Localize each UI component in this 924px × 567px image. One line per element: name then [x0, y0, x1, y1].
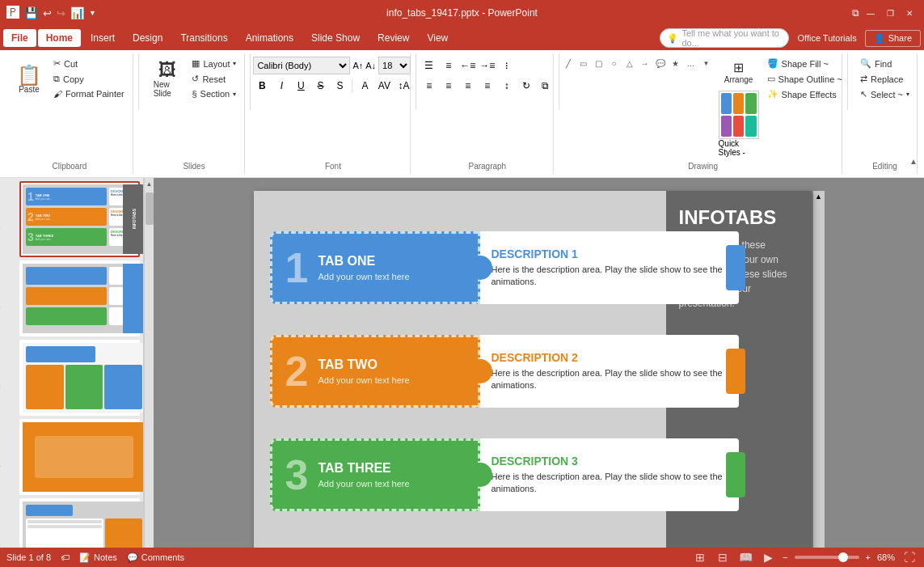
- shape-ellipse[interactable]: ○: [607, 57, 622, 70]
- collapse-ribbon-button[interactable]: ▲: [909, 157, 918, 166]
- layout-button[interactable]: ▦ Layout ▾: [188, 57, 239, 70]
- arrange-button[interactable]: ⊞ Arrange: [719, 57, 758, 87]
- scroll-thumb[interactable]: [146, 193, 154, 225]
- minimize-button[interactable]: —: [863, 5, 879, 21]
- restore-button[interactable]: ❐: [882, 5, 898, 21]
- bullets-button[interactable]: ☰: [420, 57, 438, 74]
- format-painter-button[interactable]: 🖌 Format Painter: [50, 87, 128, 100]
- underline-button[interactable]: U: [292, 77, 310, 95]
- shape-star[interactable]: ★: [669, 57, 683, 70]
- align-justify-button[interactable]: ≡: [479, 77, 496, 95]
- shape-triangle[interactable]: △: [622, 57, 637, 70]
- menu-review[interactable]: Review: [369, 29, 417, 47]
- text-direction-para-button[interactable]: ↻: [517, 77, 535, 95]
- slides-panel[interactable]: 1 ★ 1 TAB ONEAdd your own... DESCRIPTION…: [0, 178, 144, 567]
- align-center-button[interactable]: ≡: [440, 77, 458, 95]
- font-size-decrease-icon[interactable]: A↑: [352, 61, 363, 70]
- font-color-button[interactable]: A: [356, 77, 373, 95]
- slides-panel-container: 1 ★ 1 TAB ONEAdd your own... DESCRIPTION…: [0, 178, 154, 567]
- shape-arrow[interactable]: →: [638, 57, 652, 70]
- numbering-button[interactable]: ≡: [440, 57, 458, 74]
- shadow-button[interactable]: S: [331, 77, 348, 95]
- menu-transitions[interactable]: Transitions: [172, 29, 235, 47]
- notes-button[interactable]: 📝 Notes: [79, 552, 117, 563]
- shape-rounded-rect[interactable]: ▢: [592, 57, 606, 70]
- office-tutorials-button[interactable]: Office Tutorials: [791, 31, 863, 45]
- reset-button[interactable]: ↺ Reset: [188, 72, 239, 86]
- menu-insert[interactable]: Insert: [82, 29, 123, 47]
- char-spacing-button[interactable]: AV: [375, 77, 393, 95]
- shape-fill-button[interactable]: 🪣 Shape Fill ~: [764, 57, 846, 70]
- title-bar-left: 🅿 💾 ↩ ↪ 📊 ▼: [6, 6, 96, 20]
- fit-slide-button[interactable]: ⛶: [901, 549, 918, 565]
- text-columns-button[interactable]: ⫶: [498, 57, 516, 74]
- slide-sorter-button[interactable]: ⊟: [715, 549, 731, 565]
- customize-qat-button[interactable]: ▼: [89, 9, 96, 17]
- save-button[interactable]: 💾: [24, 6, 38, 19]
- undo-button[interactable]: ↩: [43, 7, 52, 19]
- menu-home[interactable]: Home: [38, 29, 81, 47]
- italic-button[interactable]: I: [272, 77, 290, 95]
- shapes-scrolldown[interactable]: ▼: [699, 57, 714, 70]
- comments-button[interactable]: 💬 Comments: [127, 552, 184, 563]
- tab-item-3[interactable]: 3 TAB THREE Add your own text here DESCR…: [270, 438, 739, 511]
- reading-view-button[interactable]: 📖: [737, 549, 753, 565]
- slide-thumb-1[interactable]: 1 TAB ONEAdd your own... DESCRIPTION 1He…: [19, 181, 140, 257]
- redo-button[interactable]: ↪: [57, 7, 65, 19]
- slide-canvas[interactable]: INFOTABS Cut and paste these elements in…: [254, 191, 812, 567]
- find-button[interactable]: 🔍 Find: [857, 57, 913, 70]
- convert-smartart-button[interactable]: ⧉: [537, 77, 555, 95]
- slide-thumb-2[interactable]: [19, 260, 140, 336]
- tab-item-1[interactable]: 1 TAB ONE Add your own text here DESCRIP…: [270, 231, 739, 304]
- slides-scrollbar[interactable]: ▲ ▼: [144, 178, 154, 567]
- strikethrough-button[interactable]: S: [311, 77, 329, 95]
- paste-button[interactable]: 📋 Paste: [11, 57, 47, 102]
- shape-rect[interactable]: ▭: [576, 57, 591, 70]
- new-slide-button[interactable]: 🖼 New Slide: [149, 57, 186, 102]
- menu-view[interactable]: View: [419, 29, 456, 47]
- copy-button[interactable]: ⧉ Copy: [50, 72, 128, 86]
- share-button[interactable]: 👤 Share: [865, 30, 921, 47]
- tab-desc-title-1: DESCRIPTION 1: [492, 248, 728, 260]
- zoom-minus-button[interactable]: −: [783, 552, 787, 562]
- shape-callout[interactable]: 💬: [653, 57, 668, 70]
- font-size-select[interactable]: 18: [378, 57, 411, 74]
- tab-item-2[interactable]: 2 TAB TWO Add your own text here DESCRIP…: [270, 335, 739, 408]
- replace-button[interactable]: ⇄ Replace: [857, 72, 913, 86]
- cut-button[interactable]: ✂ Cut: [50, 57, 128, 70]
- slide-thumb-4[interactable]: [19, 419, 140, 495]
- comments-label: Comments: [141, 552, 184, 562]
- slideshow-button[interactable]: ▶: [760, 549, 776, 565]
- zoom-plus-button[interactable]: +: [866, 552, 871, 562]
- shape-line[interactable]: ╱: [561, 57, 576, 70]
- increase-indent-button[interactable]: →≡: [479, 57, 496, 74]
- shape-more[interactable]: …: [684, 57, 698, 70]
- text-direction-button[interactable]: ↕A: [394, 77, 412, 95]
- tab-connector-3: [468, 463, 492, 487]
- font-size-increase-icon[interactable]: A↓: [365, 61, 376, 70]
- bold-button[interactable]: B: [253, 77, 271, 95]
- slide-thumb-3[interactable]: [19, 340, 140, 416]
- normal-view-button[interactable]: ⊞: [692, 549, 708, 565]
- align-left-button[interactable]: ≡: [420, 77, 438, 95]
- close-button[interactable]: ✕: [901, 5, 918, 21]
- menu-design[interactable]: Design: [124, 29, 171, 47]
- section-button[interactable]: § Section ▾: [188, 87, 239, 100]
- scroll-up-button[interactable]: ▲: [145, 178, 154, 189]
- shape-effects-button[interactable]: ✨ Shape Effects: [764, 87, 846, 101]
- menu-slideshow[interactable]: Slide Show: [303, 29, 368, 47]
- select-button[interactable]: ↖ Select ~ ▾: [857, 87, 913, 101]
- decrease-indent-button[interactable]: ←≡: [459, 57, 477, 74]
- align-right-button[interactable]: ≡: [459, 77, 477, 95]
- shape-outline-button[interactable]: ▭ Shape Outline ~: [764, 72, 846, 86]
- zoom-slider[interactable]: [795, 556, 859, 559]
- quick-styles-button[interactable]: Quick Styles -: [717, 89, 761, 159]
- font-family-select[interactable]: Calibri (Body): [253, 57, 350, 74]
- tab-title-1: TAB ONE: [318, 254, 409, 269]
- line-spacing-button[interactable]: ↕: [498, 77, 516, 95]
- menu-animations[interactable]: Animations: [238, 29, 302, 47]
- canvas-scrollbar-v[interactable]: ▲ ▼: [813, 191, 825, 567]
- canvas-scroll-up[interactable]: ▲: [813, 191, 825, 202]
- menu-file[interactable]: File: [3, 29, 36, 47]
- tell-me-input[interactable]: 💡 Tell me what you want to do...: [660, 28, 789, 48]
